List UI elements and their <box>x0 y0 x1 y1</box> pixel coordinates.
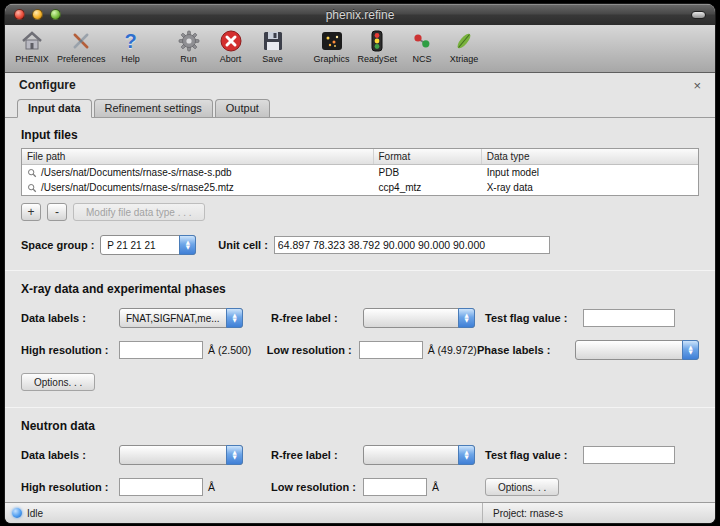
toolbar-help-button[interactable]: ? Help <box>114 27 148 64</box>
input-data-panel: Input files File path Format Data type /… <box>5 118 715 502</box>
close-panel-icon[interactable]: × <box>693 79 701 92</box>
xray-high-res-input[interactable] <box>119 341 203 359</box>
space-group-combo[interactable]: P 21 21 21 ▲▼ <box>100 235 196 255</box>
dropdown-arrows-icon: ▲▼ <box>226 308 243 328</box>
configure-panel-header: Configure × <box>5 73 715 97</box>
format-cell: PDB <box>374 167 482 178</box>
help-icon: ? <box>116 27 146 54</box>
neutron-row-2: High resolution : Å Low resolution : Å O… <box>21 476 699 498</box>
remove-file-button[interactable]: - <box>47 203 67 221</box>
toolbar-label: Help <box>121 54 140 64</box>
column-header-data-type[interactable]: Data type <box>482 149 698 164</box>
file-path-text: /Users/nat/Documents/rnase-s/rnase-s.pdb <box>41 167 232 178</box>
toolbar-save-button[interactable]: Save <box>256 27 290 64</box>
xray-data-labels-dropdown[interactable]: FNAT,SIGFNAT,me... ▲▼ <box>119 308 243 328</box>
xray-low-res-unit: Å (49.972) <box>428 344 477 356</box>
toolbar-xtriage-button[interactable]: Xtriage <box>447 27 481 64</box>
xray-row-2: High resolution : Å (2.500) Low resoluti… <box>21 339 699 361</box>
toolbar-label: Save <box>262 54 283 64</box>
minimize-window-button[interactable] <box>32 9 43 20</box>
toolbar-label: Preferences <box>57 54 106 64</box>
unit-cell-input[interactable] <box>274 236 550 254</box>
toolbar-readyset-button[interactable]: ReadySet <box>358 27 398 64</box>
tab-refinement-settings[interactable]: Refinement settings <box>94 99 213 117</box>
neutron-high-res-input[interactable] <box>119 478 203 496</box>
section-divider <box>5 270 715 271</box>
xray-row-1: Data labels : FNAT,SIGFNAT,me... ▲▼ R-fr… <box>21 307 699 329</box>
xray-options-button[interactable]: Options. . . <box>21 373 95 391</box>
neutron-low-res-input[interactable] <box>363 478 427 496</box>
phenix-home-icon <box>17 27 47 54</box>
run-gear-icon <box>174 27 204 54</box>
xray-test-flag-input[interactable] <box>583 309 675 327</box>
column-header-format[interactable]: Format <box>374 149 482 164</box>
stepper-arrows-icon[interactable]: ▲▼ <box>179 235 196 255</box>
xray-phase-labels-dropdown[interactable]: ▲▼ <box>575 340 699 360</box>
close-window-button[interactable] <box>14 9 25 20</box>
input-files-heading: Input files <box>21 128 699 142</box>
xray-options-row: Options. . . <box>21 371 699 393</box>
ncs-icon <box>407 27 437 54</box>
magnifier-icon[interactable] <box>27 183 37 193</box>
toolbar-run-button[interactable]: Run <box>172 27 206 64</box>
toolbar-label: ReadySet <box>358 54 398 64</box>
xray-rfree-dropdown[interactable]: ▲▼ <box>363 308 475 328</box>
neutron-data-labels-dropdown[interactable]: ▲▼ <box>119 445 243 465</box>
readyset-traffic-light-icon <box>362 27 392 54</box>
space-group-label: Space group : <box>21 239 94 251</box>
toolbar-label: Abort <box>220 54 242 64</box>
add-file-button[interactable]: + <box>21 203 41 221</box>
xray-data-labels-label: Data labels : <box>21 312 113 324</box>
tab-input-data[interactable]: Input data <box>17 99 92 118</box>
toolbar-toggle-button[interactable] <box>691 11 706 19</box>
dropdown-arrows-icon: ▲▼ <box>458 445 475 465</box>
xray-rfree-label: R-free label : <box>271 312 357 324</box>
format-cell: ccp4_mtz <box>374 182 482 193</box>
toolbar-preferences-button[interactable]: Preferences <box>57 27 106 64</box>
neutron-rfree-dropdown[interactable]: ▲▼ <box>363 445 475 465</box>
toolbar-label: Run <box>180 54 197 64</box>
neutron-test-flag-input[interactable] <box>583 446 675 464</box>
tab-bar: Input data Refinement settings Output <box>5 97 715 118</box>
file-path-text: /Users/nat/Documents/rnase-s/rnase25.mtz <box>41 182 234 193</box>
magnifier-icon[interactable] <box>27 168 37 178</box>
window-title: phenix.refine <box>326 8 395 22</box>
column-header-file-path[interactable]: File path <box>22 149 374 164</box>
toolbar-label: NCS <box>413 54 432 64</box>
preferences-tools-icon <box>66 27 96 54</box>
project-label: Project: rnase-s <box>493 508 563 519</box>
toolbar-ncs-button[interactable]: NCS <box>405 27 439 64</box>
xray-test-flag-label: Test flag value : <box>485 312 577 324</box>
neutron-section-heading: Neutron data <box>21 419 699 433</box>
neutron-data-labels-label: Data labels : <box>21 449 113 461</box>
toolbar-phenix-button[interactable]: PHENIX <box>15 27 49 64</box>
neutron-low-res-unit: Å <box>432 481 439 493</box>
table-header-row: File path Format Data type <box>22 149 698 165</box>
window-titlebar[interactable]: phenix.refine <box>5 4 715 25</box>
modify-file-type-button[interactable]: Modify file data type . . . <box>73 203 205 221</box>
dropdown-arrows-icon: ▲▼ <box>682 340 699 360</box>
status-text: Idle <box>27 508 43 519</box>
xtriage-icon <box>449 27 479 54</box>
question-mark-glyph: ? <box>124 29 136 53</box>
toolbar-graphics-button[interactable]: Graphics <box>314 27 350 64</box>
table-row[interactable]: /Users/nat/Documents/rnase-s/rnase-s.pdb… <box>22 165 698 180</box>
status-led-icon <box>12 508 22 518</box>
tab-output[interactable]: Output <box>215 99 270 117</box>
xray-data-labels-value: FNAT,SIGFNAT,me... <box>126 313 220 324</box>
neutron-options-button[interactable]: Options. . . <box>485 478 559 496</box>
neutron-test-flag-label: Test flag value : <box>485 449 577 461</box>
file-path-cell: /Users/nat/Documents/rnase-s/rnase-s.pdb <box>22 167 374 178</box>
space-group-row: Space group : P 21 21 21 ▲▼ Unit cell : <box>21 234 699 256</box>
table-row[interactable]: /Users/nat/Documents/rnase-s/rnase25.mtz… <box>22 180 698 195</box>
xray-low-res-input[interactable] <box>359 341 423 359</box>
toolbar-abort-button[interactable]: Abort <box>214 27 248 64</box>
main-toolbar: PHENIX Preferences ? Help Run Abort <box>5 25 715 73</box>
zoom-window-button[interactable] <box>50 9 61 20</box>
file-buttons-row: + - Modify file data type . . . <box>21 203 699 221</box>
space-group-value: P 21 21 21 <box>107 240 155 251</box>
configure-title: Configure <box>19 78 76 92</box>
neutron-low-res-label: Low resolution : <box>271 481 357 493</box>
neutron-high-res-label: High resolution : <box>21 481 113 493</box>
abort-icon <box>216 27 246 54</box>
